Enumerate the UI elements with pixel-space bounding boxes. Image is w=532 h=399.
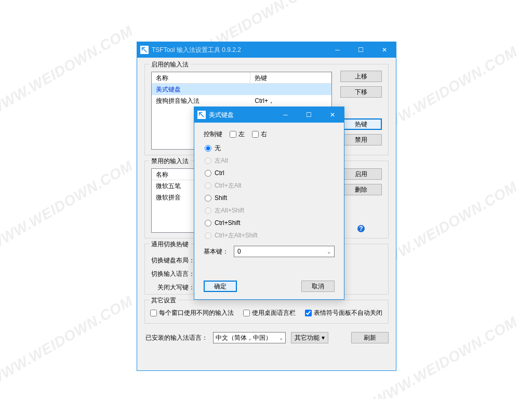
disable-button[interactable]: 禁用 [340,134,382,145]
col-name[interactable]: 名称 [152,72,250,83]
language-combo[interactable]: 中文（简体，中国）⌄ [213,332,286,343]
radio-ctrl-leftalt: Ctrl+左Alt [205,179,335,192]
dialog-close-button[interactable]: ✕ [321,107,344,123]
per-window-ime-checkbox[interactable]: 每个窗口使用不同的输入法 [150,309,234,317]
emoji-panel-checkbox[interactable]: 表情符号面板不自动关闭 [305,309,382,317]
other-group-label: 其它设置 [149,296,178,305]
radio-shift[interactable]: Shift [205,192,335,204]
dialog-minimize-button[interactable]: ─ [274,107,297,123]
radio-ctrl[interactable]: Ctrl [205,167,335,179]
radio-leftalt: 左Alt [205,154,335,167]
radio-ctrl-leftalt-shift: Ctrl+左Alt+Shift [205,229,335,242]
dialog-title: 美式键盘 [209,111,274,119]
installed-label: 已安装的输入法语言： [145,334,208,342]
ctrl-key-label: 控制键 [204,130,222,139]
enabled-group-label: 启用的输入法 [149,60,191,69]
left-checkbox[interactable]: 左 [230,130,245,139]
app-icon [197,111,206,119]
dialog-maximize-button[interactable]: ☐ [297,107,321,123]
radio-leftalt-shift: 左Alt+Shift [205,204,335,217]
help-icon[interactable]: ? [357,224,365,233]
basic-key-label: 基本键： [204,247,229,256]
svg-text:?: ? [359,225,363,232]
table-row[interactable]: 美式键盘 [152,84,331,95]
maximize-button[interactable]: ☐ [349,42,373,58]
hotkey-dialog: 美式键盘 ─ ☐ ✕ 控制键 左 右 无 左Alt Ctrl Ctrl+左Alt… [194,107,344,300]
right-checkbox[interactable]: 右 [252,130,267,139]
desktop-langbar-checkbox[interactable]: 使用桌面语言栏 [243,309,296,317]
table-row[interactable]: 搜狗拼音输入法 Ctrl+， [152,95,331,107]
disabled-group-label: 禁用的输入法 [149,157,191,166]
hotkey-button[interactable]: 热键 [340,118,382,130]
radio-none[interactable]: 无 [205,142,335,154]
chevron-down-icon: ⌄ [327,249,331,255]
basic-key-combo[interactable]: 0⌄ [234,246,335,257]
delete-button[interactable]: 删除 [340,184,382,195]
col-hotkey[interactable]: 热键 [250,72,331,83]
enable-button[interactable]: 启用 [340,168,382,180]
cancel-button[interactable]: 取消 [301,281,335,292]
modifier-radio-group: 无 左Alt Ctrl Ctrl+左Alt Shift 左Alt+Shift C… [205,142,335,242]
minimize-button[interactable]: ─ [326,42,349,58]
hotkey-group-label: 通用切换热键 [149,240,191,249]
other-functions-button[interactable]: 其它功能 ▾ [291,332,328,343]
chevron-down-icon: ⌄ [279,335,283,341]
ok-button[interactable]: 确定 [204,281,237,292]
refresh-button[interactable]: 刷新 [351,332,389,343]
other-settings-group: 其它设置 每个窗口使用不同的输入法 使用桌面语言栏 表情符号面板不自动关闭 [144,300,389,324]
app-icon [140,46,149,54]
main-title: TSFTool 输入法设置工具 0.9.2.2 [152,46,326,55]
move-down-button[interactable]: 下移 [340,86,382,98]
main-titlebar[interactable]: TSFTool 输入法设置工具 0.9.2.2 ─ ☐ ✕ [137,42,396,58]
radio-ctrl-shift[interactable]: Ctrl+Shift [205,217,335,229]
dialog-titlebar[interactable]: 美式键盘 ─ ☐ ✕ [194,107,344,123]
close-button[interactable]: ✕ [373,42,396,58]
move-up-button[interactable]: 上移 [340,71,382,82]
